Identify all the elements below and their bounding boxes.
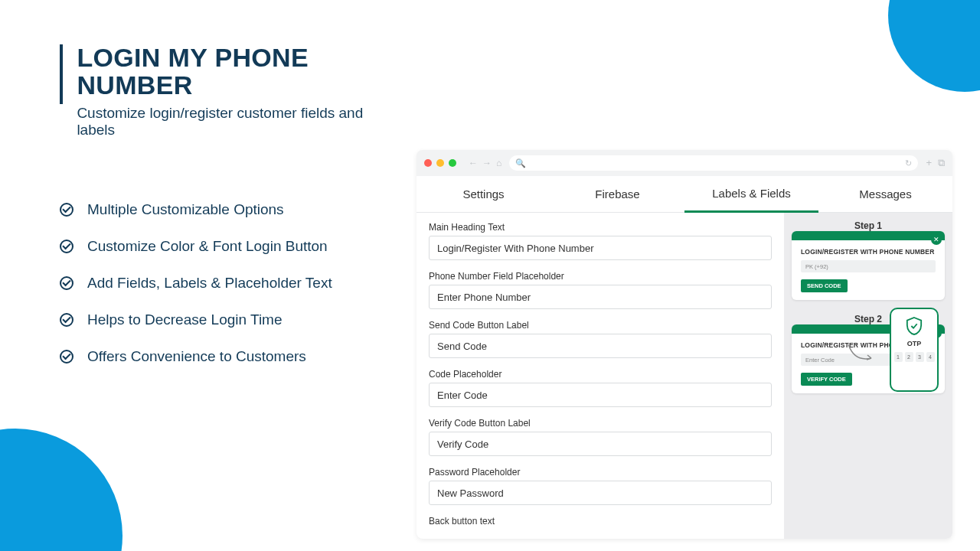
input-phone-placeholder[interactable]: [429, 285, 772, 309]
shield-icon: [906, 317, 923, 335]
feature-text: Offers Convenience to Customers: [87, 348, 306, 365]
feature-item: Offers Convenience to Customers: [60, 348, 389, 365]
feature-list: Multiple Customizable Options Customize …: [60, 201, 389, 365]
step1-button: SEND CODE: [801, 279, 848, 292]
tab-firebase[interactable]: Firebase: [550, 176, 684, 212]
step1-label: Step 1: [792, 220, 945, 231]
check-icon: [60, 203, 74, 217]
window-maximize-icon[interactable]: [449, 159, 456, 167]
preview-panel: Step 1 ✕ LOGIN/REGISTER WITH PHONE NUMBE…: [784, 213, 952, 539]
feature-text: Helps to Decrease Login Time: [87, 311, 283, 328]
check-icon: [60, 276, 74, 290]
window-minimize-icon[interactable]: [436, 159, 444, 167]
otp-digit: 2: [905, 352, 913, 362]
otp-digit: 4: [926, 352, 935, 362]
decorative-blob-bottom: [0, 429, 122, 551]
url-bar[interactable]: 🔍 ↻: [509, 155, 918, 171]
decorative-blob-top: [888, 0, 980, 92]
page-title: LOGIN MY PHONE NUMBER: [77, 44, 389, 99]
feature-text: Customize Color & Font Login Button: [87, 238, 328, 255]
feature-item: Customize Color & Font Login Button: [60, 238, 389, 255]
otp-label: OTP: [907, 340, 922, 347]
tab-messages[interactable]: Messages: [818, 176, 952, 212]
arrow-icon: [847, 343, 877, 366]
back-icon[interactable]: ←: [469, 158, 478, 168]
feature-text: Add Fields, Labels & Placeholder Text: [87, 275, 332, 292]
label-code-placeholder: Code Placeholder: [429, 369, 772, 380]
label-password-placeholder: Password Placeholder: [429, 467, 772, 478]
feature-text: Multiple Customizable Options: [87, 201, 284, 218]
step1-input: PK (+92): [801, 260, 936, 272]
check-icon: [60, 240, 74, 253]
label-phone-placeholder: Phone Number Field Placeholder: [429, 271, 772, 282]
step1-heading: LOGIN/REGISTER WITH PHONE NUMBER: [792, 240, 945, 260]
label-send-code: Send Code Button Label: [429, 320, 772, 331]
copy-icon[interactable]: ⧉: [938, 157, 945, 169]
step2-button: VERIFY CODE: [801, 373, 852, 386]
input-send-code[interactable]: [429, 334, 772, 358]
forward-icon[interactable]: →: [482, 158, 492, 168]
otp-digit: 1: [894, 352, 903, 362]
label-verify-code: Verify Code Button Label: [429, 418, 772, 429]
add-tab-icon[interactable]: +: [926, 157, 932, 169]
feature-item: Multiple Customizable Options: [60, 201, 389, 218]
search-icon: 🔍: [515, 158, 905, 168]
input-code-placeholder[interactable]: [429, 383, 772, 407]
refresh-icon[interactable]: ↻: [905, 158, 912, 168]
check-icon: [60, 350, 74, 364]
form-panel: Main Heading Text Phone Number Field Pla…: [416, 213, 784, 539]
home-icon[interactable]: ⌂: [496, 158, 501, 168]
tab-settings[interactable]: Settings: [416, 176, 550, 212]
otp-phone: OTP 1 2 3 4: [890, 308, 939, 392]
window-close-icon[interactable]: [424, 159, 432, 167]
page-subtitle: Customize login/register customer fields…: [77, 105, 389, 139]
label-back-button: Back button text: [429, 516, 772, 527]
input-verify-code[interactable]: [429, 432, 772, 456]
otp-digit: 3: [916, 352, 924, 362]
tabs: Settings Firebase Labels & Fields Messag…: [416, 176, 952, 213]
label-main-heading: Main Heading Text: [429, 222, 772, 233]
tab-labels-fields[interactable]: Labels & Fields: [684, 176, 818, 213]
feature-item: Add Fields, Labels & Placeholder Text: [60, 275, 389, 292]
feature-item: Helps to Decrease Login Time: [60, 311, 389, 328]
input-main-heading[interactable]: [429, 236, 772, 260]
title-bar: [60, 44, 63, 104]
preview-card-step1: ✕ LOGIN/REGISTER WITH PHONE NUMBER PK (+…: [792, 231, 945, 300]
check-icon: [60, 313, 74, 327]
input-password-placeholder[interactable]: [429, 481, 772, 505]
close-icon[interactable]: ✕: [931, 234, 942, 245]
browser-toolbar: ← → ⌂ 🔍 ↻ + ⧉: [416, 150, 952, 176]
browser-frame: ← → ⌂ 🔍 ↻ + ⧉ Settings Firebase Labels &…: [416, 150, 952, 539]
